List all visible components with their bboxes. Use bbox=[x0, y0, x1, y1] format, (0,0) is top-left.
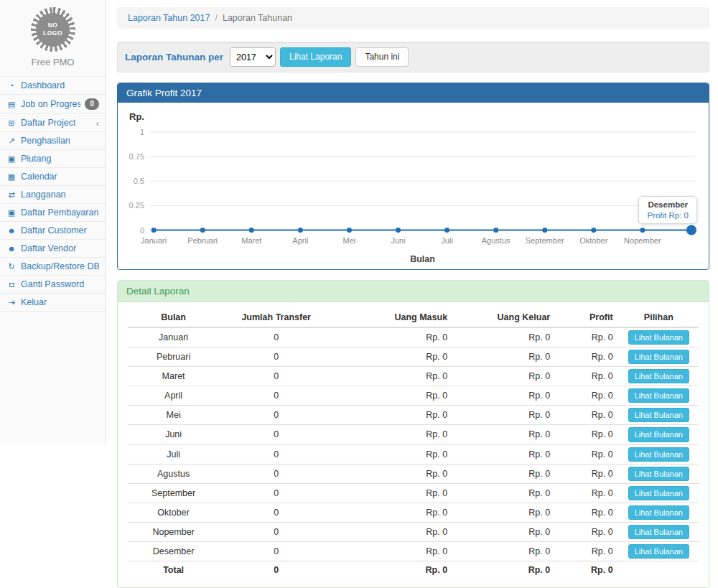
column-header: Uang Masuk bbox=[333, 308, 453, 327]
sidebar-menu: ◔Dashboard▤Job on Progress0⊞Daftar Proje… bbox=[0, 76, 106, 312]
sidebar-item-job-on-progress[interactable]: ▤Job on Progress0 bbox=[0, 95, 106, 114]
data-point-juli[interactable] bbox=[444, 228, 449, 233]
sidebar-item-langganan[interactable]: ⇄Langganan bbox=[0, 186, 106, 204]
sidebar-item-daftar-customer[interactable]: ☻Daftar Customer bbox=[0, 222, 106, 240]
lihat-bulanan-button[interactable]: Lihat Bulanan bbox=[628, 388, 689, 403]
lihat-bulanan-button[interactable]: Lihat Bulanan bbox=[628, 369, 689, 383]
lihat-bulanan-button[interactable]: Lihat Bulanan bbox=[628, 427, 689, 442]
table-row: Juni0Rp. 0Rp. 0Rp. 0Lihat Bulanan bbox=[128, 425, 699, 444]
cell: Juni bbox=[128, 425, 219, 444]
lihat-laporan-button[interactable]: Lihat Laporan bbox=[280, 47, 351, 67]
lihat-bulanan-button[interactable]: Lihat Bulanan bbox=[628, 447, 689, 462]
tahun-ini-button[interactable]: Tahun ini bbox=[355, 47, 409, 67]
users-icon: ☻ bbox=[6, 226, 17, 235]
sidebar-item-ganti-password[interactable]: ◘Ganti Password bbox=[0, 276, 106, 294]
data-point-mei[interactable] bbox=[347, 228, 352, 233]
profit-chart-panel: Grafik Profit 2017 Rp. 10.750.50.250Janu… bbox=[117, 83, 709, 270]
lock-icon: ◘ bbox=[6, 280, 17, 289]
cell: Rp. 0 bbox=[556, 444, 618, 464]
sidebar-item-keluar[interactable]: ⇥Keluar bbox=[0, 294, 106, 312]
data-point-nopember[interactable] bbox=[640, 228, 645, 233]
lihat-bulanan-button[interactable]: Lihat Bulanan bbox=[628, 330, 689, 345]
tooltip-value: Profit Rp: 0 bbox=[647, 211, 689, 220]
sidebar-item-backup-restore-db[interactable]: ↻Backup/Restore DB bbox=[0, 258, 106, 276]
cell: Rp. 0 bbox=[556, 483, 618, 503]
cell: Rp. 0 bbox=[333, 367, 453, 386]
cell: Mei bbox=[128, 406, 219, 425]
svg-text:April: April bbox=[292, 236, 308, 245]
lihat-bulanan-button[interactable]: Lihat Bulanan bbox=[628, 467, 689, 481]
sidebar-item-penghasilan[interactable]: ↗Penghasilan bbox=[0, 132, 106, 150]
data-point-pebruari[interactable] bbox=[200, 228, 205, 233]
page: NO LOGO Free PMO ◔Dashboard▤Job on Progr… bbox=[0, 0, 718, 588]
lihat-bulanan-button[interactable]: Lihat Bulanan bbox=[628, 544, 689, 559]
sidebar-item-piutang[interactable]: ▣Piutang bbox=[0, 150, 106, 168]
tasks-icon: ▤ bbox=[6, 100, 17, 109]
cell-action: Lihat Bulanan bbox=[619, 386, 699, 406]
table-row: Juli0Rp. 0Rp. 0Rp. 0Lihat Bulanan bbox=[128, 444, 699, 464]
sidebar-item-dashboard[interactable]: ◔Dashboard bbox=[0, 77, 106, 95]
cell: September bbox=[128, 483, 219, 503]
svg-text:0.75: 0.75 bbox=[129, 152, 144, 161]
table-row: Maret0Rp. 0Rp. 0Rp. 0Lihat Bulanan bbox=[128, 367, 699, 386]
sidebar-item-daftar-vendor[interactable]: ☻Daftar Vendor bbox=[0, 240, 106, 258]
cell: Rp. 0 bbox=[556, 386, 618, 406]
lihat-bulanan-button[interactable]: Lihat Bulanan bbox=[628, 408, 689, 422]
report-table: BulanJumlah TransferUang MasukUang Kelua… bbox=[128, 308, 699, 579]
data-point-september[interactable] bbox=[542, 228, 547, 233]
money-icon: ▣ bbox=[6, 154, 17, 164]
lihat-bulanan-button[interactable]: Lihat Bulanan bbox=[628, 350, 689, 364]
svg-text:Maret: Maret bbox=[241, 236, 261, 245]
cell: 0 bbox=[219, 503, 333, 522]
tooltip-title: Desember bbox=[647, 200, 689, 209]
lihat-bulanan-button[interactable]: Lihat Bulanan bbox=[628, 505, 689, 520]
data-point-januari[interactable] bbox=[151, 228, 157, 233]
breadcrumb-link[interactable]: Laporan Tahun 2017 bbox=[128, 13, 210, 23]
cell: Rp. 0 bbox=[333, 541, 453, 561]
cell: Rp. 0 bbox=[453, 327, 556, 347]
retweet-icon: ⇄ bbox=[6, 190, 17, 200]
cell-action: Lihat Bulanan bbox=[619, 464, 699, 483]
cell: 0 bbox=[219, 367, 333, 386]
cell-action: Lihat Bulanan bbox=[619, 327, 699, 347]
cell: Rp. 0 bbox=[556, 464, 618, 483]
table-row: Oktober0Rp. 0Rp. 0Rp. 0Lihat Bulanan bbox=[128, 503, 699, 522]
svg-text:Pebruari: Pebruari bbox=[187, 236, 218, 245]
cell: 0 bbox=[219, 444, 333, 464]
no-logo-badge-icon: NO LOGO bbox=[31, 7, 75, 52]
year-select[interactable]: 2017 bbox=[230, 47, 276, 67]
data-point-april[interactable] bbox=[298, 228, 303, 233]
data-point-juni[interactable] bbox=[396, 228, 401, 233]
lihat-bulanan-button[interactable]: Lihat Bulanan bbox=[628, 525, 689, 539]
sidebar-item-calendar[interactable]: ▦Calendar bbox=[0, 168, 106, 186]
data-point-oktober[interactable] bbox=[591, 228, 596, 233]
cell: Rp. 0 bbox=[556, 541, 618, 561]
data-point-desember[interactable] bbox=[686, 225, 696, 235]
cell: 0 bbox=[219, 522, 333, 541]
money-icon: ▣ bbox=[6, 208, 17, 218]
breadcrumb-separator: / bbox=[215, 13, 217, 23]
cell: Rp. 0 bbox=[333, 464, 453, 483]
cell: Nopember bbox=[128, 522, 219, 541]
cell: Rp. 0 bbox=[453, 503, 556, 522]
sidebar-item-label: Job on Progress bbox=[21, 99, 80, 109]
profit-line-chart[interactable]: 10.750.50.250JanuariPebruariMaretAprilMe… bbox=[125, 123, 701, 268]
cell: Rp. 0 bbox=[333, 386, 453, 406]
y-axis-unit-label: Rp. bbox=[129, 111, 701, 122]
sidebar-item-daftar-pembayaran[interactable]: ▣Daftar Pembayaran bbox=[0, 204, 106, 222]
cell-action: Lihat Bulanan bbox=[619, 522, 699, 541]
table-row: Nopember0Rp. 0Rp. 0Rp. 0Lihat Bulanan bbox=[128, 522, 699, 541]
cell: Rp. 0 bbox=[453, 367, 556, 386]
logo-text: NO LOGO bbox=[42, 22, 64, 37]
cell: Rp. 0 bbox=[453, 541, 556, 561]
table-row: Januari0Rp. 0Rp. 0Rp. 0Lihat Bulanan bbox=[128, 327, 699, 347]
cell: Rp. 0 bbox=[556, 561, 618, 579]
logo: NO LOGO Free PMO bbox=[0, 0, 106, 70]
data-point-maret[interactable] bbox=[249, 228, 254, 233]
report-filter-bar: Laporan Tahunan per 2017 Lihat Laporan T… bbox=[117, 42, 709, 73]
lihat-bulanan-button[interactable]: Lihat Bulanan bbox=[628, 486, 689, 500]
sidebar-item-daftar-project[interactable]: ⊞Daftar Project‹ bbox=[0, 114, 106, 132]
data-point-agustus[interactable] bbox=[493, 228, 498, 233]
cell: Rp. 0 bbox=[333, 347, 453, 367]
column-header: Bulan bbox=[128, 308, 219, 327]
